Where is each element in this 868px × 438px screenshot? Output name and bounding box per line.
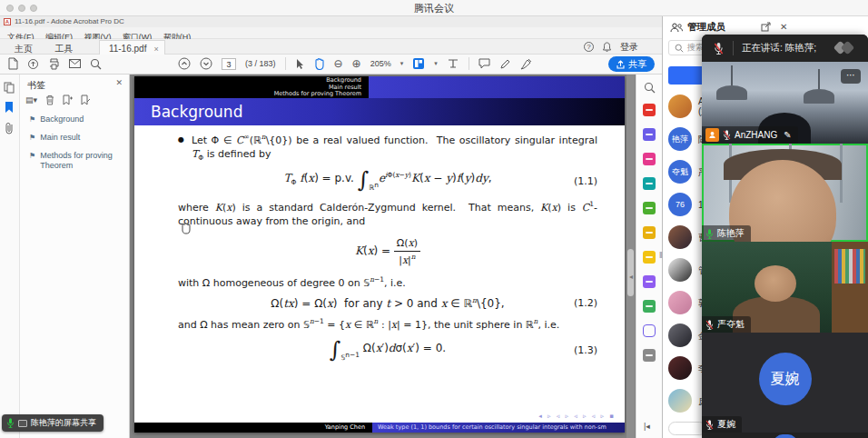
share-screen-button[interactable]: 共享 [608,56,655,72]
video-tile[interactable]: 夏婉 夏婉 [702,333,868,433]
export-pdf-icon[interactable] [643,128,656,141]
popout-panel-icon[interactable] [761,22,771,32]
organize-pages-icon[interactable] [643,177,656,190]
bookmarks-panel: 书签 ✕ ▤▾ ⚑Background ⚑Main result ⚑Method… [20,75,130,438]
screen-icon [18,420,27,427]
page-count: (3 / 183) [245,59,276,68]
document-scrollbar[interactable] [626,75,635,438]
save-icon[interactable] [7,57,18,70]
share-toast-text: 陈艳萍的屏幕共享 [31,417,96,429]
help-icon[interactable]: ? [584,42,594,52]
select-tool-icon[interactable] [295,58,304,70]
bookmarks-options-icon[interactable]: ▤▾ [25,95,37,105]
search-icon [675,44,684,53]
slide-nav-header: Background Main result Methods for provi… [134,76,625,98]
page-number-input[interactable]: 3 [222,58,236,70]
bookmark-settings-icon[interactable] [81,95,91,105]
search-icon[interactable] [90,58,102,70]
print-production-icon[interactable] [643,300,656,313]
beamer-navigation-icons[interactable]: ◂ ▹ ◃ ▹ ◃ ▹ ◃ ▹ ▪ [538,413,616,420]
comment-tool-icon[interactable] [643,251,656,264]
avatar: 夏婉 [759,353,812,405]
email-icon[interactable] [69,59,81,68]
member-panel-footer-button[interactable] [668,422,706,435]
avatar: 艳萍 [668,127,692,151]
delete-bookmark-icon[interactable] [45,95,54,105]
acrobat-window: A 11-16.pdf - Adobe Acrobat Pro DC 文件(F)… [0,16,662,438]
login-link[interactable]: 登录 [620,41,638,54]
rename-icon[interactable]: ✎ [784,130,791,140]
attachments-icon[interactable] [4,122,15,134]
combine-files-icon[interactable] [643,202,656,214]
mic-active-icon [705,228,714,240]
bookmarks-panel-icon[interactable] [4,101,15,114]
divider-handle-icon[interactable]: ‖ [659,251,663,260]
page-view-caret-icon[interactable]: ▾ [434,60,438,67]
video-panel: 正在讲话: 陈艳萍; ⋯ AnZHANG ✎ 陈艳萍 [702,35,868,438]
mic-muted-icon [723,129,731,141]
print-icon[interactable] [48,58,60,70]
ruler-tool-icon[interactable] [447,58,459,69]
zoom-in-icon[interactable]: ⊕ [352,57,361,70]
avatar [668,356,692,380]
bell-icon[interactable] [602,42,612,53]
equation-tag: (1.2) [574,296,597,310]
speaking-now-label: 正在讲话: 陈艳萍; [742,42,816,55]
mic-active-icon [6,417,15,429]
video-tile[interactable]: 严夺魁 [702,242,868,333]
equation-2: Ω(tx) = Ω(x) for any t > 0 and x ∈ ℝn\{0… [178,296,597,312]
person-silhouette [755,265,796,302]
zoom-level[interactable]: 205% [370,59,391,68]
slide-nav-line: Methods for proving Theorem [134,91,361,98]
participant-name: AnZHANG [735,130,777,140]
page-thumbnails-icon[interactable] [4,82,15,94]
comment-icon[interactable] [478,58,490,69]
slide-paragraph: with Ω homogeneous of degree 0 on 𝕊n−1, … [178,275,597,290]
equation-tag: (1.1) [574,174,597,188]
slide-footer-author: Yanping Chen [134,423,372,433]
previous-page-icon[interactable] [178,57,191,70]
fill-sign-icon[interactable] [520,58,533,70]
close-panel-icon[interactable]: ✕ [780,22,787,32]
zoom-out-icon[interactable]: ⊖ [334,57,343,70]
bookmark-item-main-result[interactable]: ⚑Main result [29,133,80,143]
equation-3: ∫𝕊n−1 Ω(x′)dσ(x′) = 0. (1.3) [178,339,597,363]
video-tile[interactable]: ⋯ AnZHANG ✎ [702,62,868,144]
bookmark-item-background[interactable]: ⚑Background [29,114,84,124]
bullet-icon: ● [178,133,184,163]
members-icon [670,23,683,33]
compress-pdf-icon[interactable] [643,226,656,239]
pencil-tool-icon[interactable] [499,58,511,70]
bookmark-item-methods[interactable]: ⚑Methods for proving Theorem [29,151,123,171]
page-view-icon[interactable] [412,57,425,70]
create-pdf-icon[interactable] [643,104,656,116]
more-options-button[interactable]: ⋯ [841,69,861,84]
hand-tool-icon[interactable] [313,57,325,70]
mic-muted-icon [714,42,724,55]
bookmark-icon: ⚑ [29,114,35,124]
bookmarks-close-icon[interactable]: ✕ [115,78,123,87]
new-bookmark-icon[interactable] [63,95,73,105]
screen-share-toast[interactable]: 陈艳萍的屏幕共享 [2,414,104,432]
zoom-caret-icon[interactable]: ▾ [400,60,404,67]
more-tools-icon[interactable] [643,349,656,362]
search-tools-icon[interactable] [644,82,656,94]
bookmark-icon: ⚑ [29,133,35,143]
protect-icon[interactable] [643,324,656,337]
expand-rail-icon[interactable]: |◂ [644,422,650,431]
avatar [668,389,692,413]
acrobat-toolbar: 3 (3 / 183) ⊖ ⊕ 205% ▾ ▾ 共享 [0,55,662,75]
fill-sign-tool-icon[interactable] [643,275,656,288]
participant-name: 陈艳萍 [717,227,745,240]
acrobat-menu-bar: 文件(F) 编辑(E) 视图(V) 窗口(W) 帮助(H) [0,27,662,39]
panel-collapse-icon[interactable]: ◂ [629,273,633,281]
video-tile-active-speaker[interactable]: 陈艳萍 [702,144,868,242]
export-icon[interactable] [27,58,39,70]
document-area: Background Main result Methods for provi… [130,75,636,438]
slide-paragraph: and Ω has mean zero on 𝕊n−1 = {x ∈ ℝn : … [178,317,597,332]
video-tile-partial[interactable] [702,433,868,438]
tab-close-icon[interactable]: × [153,45,158,54]
hand-cursor [180,222,192,234]
edit-pdf-icon[interactable] [643,153,656,165]
next-page-icon[interactable] [200,57,212,70]
